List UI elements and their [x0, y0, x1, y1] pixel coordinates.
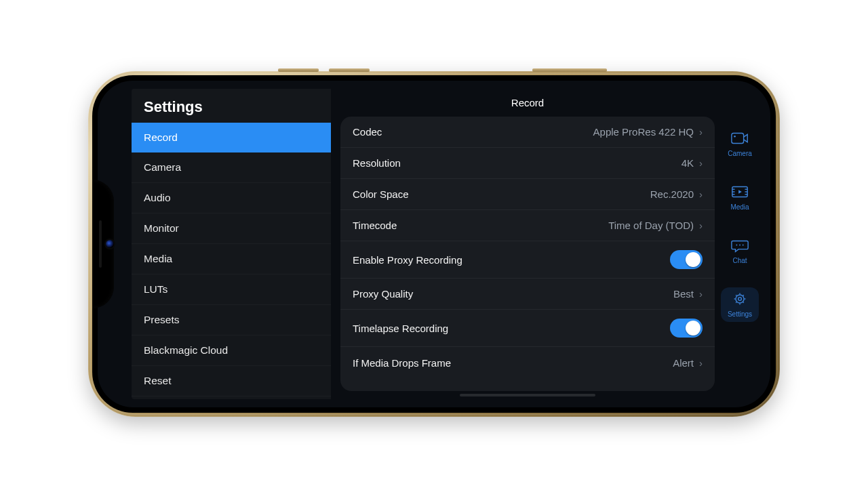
sidebar-item-media[interactable]: Media [132, 244, 331, 274]
media-icon [730, 184, 749, 201]
phone-notch [92, 180, 114, 308]
svg-point-1 [734, 136, 736, 138]
rail-item-label: Chat [732, 257, 747, 264]
settings-main: Record CodecApple ProRes 422 HQ›Resoluti… [340, 89, 715, 399]
row-value: Alert [673, 357, 694, 369]
sidebar-title: Settings [132, 89, 331, 123]
phone-bezel: Settings RecordCameraAudioMonitorMediaLU… [92, 75, 776, 413]
sidebar-item-presets[interactable]: Presets [132, 305, 331, 336]
row-value: 4K [682, 157, 694, 169]
front-camera [106, 240, 114, 248]
row-if-media-drops-frame[interactable]: If Media Drops FrameAlert› [340, 347, 715, 378]
rail-item-label: Settings [728, 310, 752, 318]
chevron-right-icon: › [699, 158, 703, 168]
sidebar-item-camera[interactable]: Camera [132, 152, 331, 183]
row-value: Best [673, 288, 694, 300]
phone-frame: Settings RecordCameraAudioMonitorMediaLU… [88, 71, 780, 417]
settings-icon [730, 291, 749, 308]
sidebar-item-blackmagic-cloud[interactable]: Blackmagic Cloud [132, 336, 331, 366]
screen: Settings RecordCameraAudioMonitorMediaLU… [98, 81, 770, 407]
row-codec[interactable]: CodecApple ProRes 422 HQ› [340, 117, 715, 148]
chevron-right-icon: › [699, 189, 703, 199]
phone-button [532, 68, 607, 72]
settings-nav: RecordCameraAudioMonitorMediaLUTsPresets… [132, 123, 331, 399]
row-value: Rec.2020 [650, 188, 694, 200]
rail-item-label: Media [730, 203, 749, 211]
row-enable-proxy-recording: Enable Proxy Recording [340, 241, 715, 279]
speaker-grille [99, 220, 102, 268]
rail-item-label: Camera [728, 150, 752, 157]
row-label: Timelapse Recording [353, 323, 670, 334]
sidebar-item-reset[interactable]: Reset [132, 366, 331, 396]
chevron-right-icon: › [699, 358, 703, 368]
scroll-indicator [460, 394, 595, 396]
svg-point-13 [738, 298, 742, 301]
settings-sidebar: Settings RecordCameraAudioMonitorMediaLU… [132, 89, 331, 399]
rail-item-camera[interactable]: Camera [721, 127, 759, 161]
row-value: Time of Day (TOD) [608, 220, 694, 231]
phone-button [329, 68, 370, 72]
row-label: If Media Drops Frame [353, 357, 673, 369]
row-label: Timecode [353, 220, 608, 231]
row-label: Enable Proxy Recording [353, 254, 670, 266]
toggle-timelapse-recording[interactable] [670, 319, 703, 338]
chevron-right-icon: › [699, 220, 703, 230]
row-label: Codec [353, 126, 593, 138]
phone-button [278, 68, 319, 72]
rail-item-settings[interactable]: Settings [721, 287, 759, 322]
main-title: Record [340, 89, 715, 117]
row-color-space[interactable]: Color SpaceRec.2020› [340, 179, 715, 210]
sidebar-item-audio[interactable]: Audio [132, 183, 331, 214]
app-root: Settings RecordCameraAudioMonitorMediaLU… [132, 89, 762, 399]
svg-point-12 [736, 295, 744, 303]
sidebar-item-monitor[interactable]: Monitor [132, 214, 331, 244]
row-timelapse-recording: Timelapse Recording [340, 310, 715, 347]
row-resolution[interactable]: Resolution4K› [340, 148, 715, 179]
svg-point-11 [743, 245, 744, 246]
row-value: Apple ProRes 422 HQ [593, 126, 694, 138]
row-timecode[interactable]: TimecodeTime of Day (TOD)› [340, 210, 715, 241]
toggle-enable-proxy-recording[interactable] [670, 250, 703, 269]
rail-item-media[interactable]: Media [721, 180, 759, 215]
rail-item-chat[interactable]: Chat [721, 234, 759, 268]
settings-panel: CodecApple ProRes 422 HQ›Resolution4K›Co… [340, 117, 715, 391]
row-label: Proxy Quality [353, 288, 673, 300]
right-rail: CameraMediaChatSettings [717, 89, 762, 399]
row-label: Color Space [353, 188, 650, 200]
camera-icon [730, 131, 749, 147]
row-proxy-quality[interactable]: Proxy QualityBest› [340, 279, 715, 310]
sidebar-item-record[interactable]: Record [132, 123, 331, 152]
svg-point-9 [736, 245, 737, 246]
svg-point-10 [739, 245, 741, 246]
chat-icon [730, 238, 749, 254]
svg-rect-0 [732, 134, 744, 144]
chevron-right-icon: › [699, 289, 703, 299]
chevron-right-icon: › [699, 127, 703, 137]
row-label: Resolution [353, 157, 682, 169]
sidebar-item-luts[interactable]: LUTs [132, 274, 331, 305]
